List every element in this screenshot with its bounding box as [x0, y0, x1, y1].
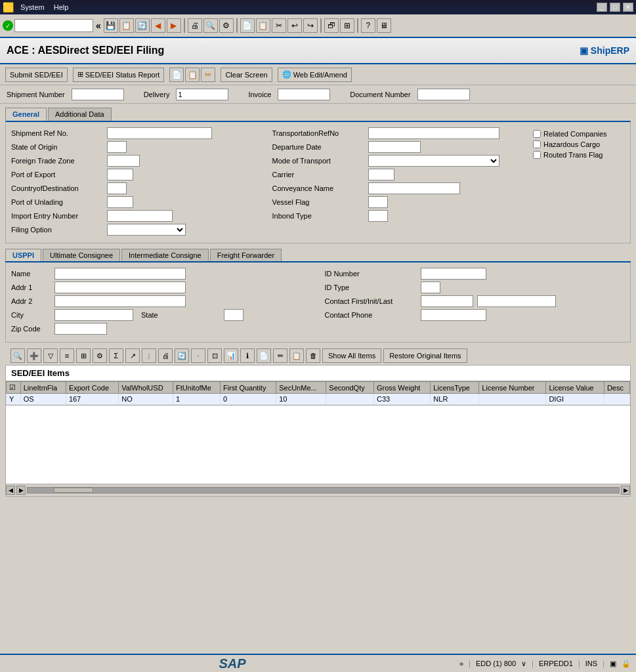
- cut-icon[interactable]: ✂: [272, 18, 286, 33]
- tab-additional-data[interactable]: Additional Data: [48, 108, 112, 121]
- shipment-number-input[interactable]: [72, 89, 124, 100]
- cell-lic-type: C33: [373, 394, 430, 405]
- usppi-addr2-input[interactable]: [54, 295, 186, 307]
- restore-original-items-button[interactable]: Restore Original Items: [383, 348, 467, 363]
- list-icon[interactable]: ≡: [60, 348, 74, 363]
- web-edit-button[interactable]: 🌐 Web Edit/Amend: [278, 68, 352, 82]
- session-dropdown[interactable]: ∨: [521, 660, 526, 668]
- filter-icon[interactable]: ▽: [43, 348, 58, 363]
- redo-icon[interactable]: ↪: [303, 18, 318, 33]
- doc-icon[interactable]: 📄: [257, 348, 271, 363]
- help-icon[interactable]: ?: [361, 18, 375, 33]
- sum-icon[interactable]: Σ: [109, 348, 123, 363]
- conveyance-name-input[interactable]: [368, 182, 460, 194]
- status-report-button[interactable]: ⊞ SED/EEI Status Report: [73, 68, 165, 82]
- usppi-phone-input[interactable]: [421, 309, 486, 321]
- departure-date-group: Departure Date: [272, 141, 520, 153]
- port-unlading-input[interactable]: [107, 196, 133, 208]
- country-dest-input[interactable]: [107, 182, 127, 194]
- monitor-icon[interactable]: 🖥: [377, 18, 391, 33]
- grid-icon[interactable]: ⊞: [76, 348, 91, 363]
- foreign-trade-zone-input[interactable]: [107, 155, 140, 167]
- search-items-icon[interactable]: 🔍: [11, 348, 25, 363]
- usppi-addr1-input[interactable]: [54, 282, 186, 293]
- clear-screen-button[interactable]: Clear Screen: [221, 68, 272, 82]
- related-companies-checkbox[interactable]: [533, 130, 541, 138]
- forward-icon[interactable]: ▶: [167, 18, 181, 33]
- document-number-input[interactable]: [417, 89, 470, 100]
- invoice-input[interactable]: [278, 89, 330, 100]
- port-of-export-input[interactable]: [107, 169, 133, 180]
- scroll-right-button[interactable]: ▶: [16, 486, 26, 495]
- maximize-button[interactable]: □: [610, 3, 620, 12]
- hazardous-cargo-checkbox[interactable]: [533, 140, 541, 148]
- undo-icon[interactable]: ↩: [287, 18, 302, 33]
- mode-transport-select[interactable]: [368, 155, 499, 167]
- print2-icon[interactable]: 🖨: [158, 348, 173, 363]
- inbond-type-input[interactable]: [368, 210, 388, 222]
- tab-usppi[interactable]: USPPI: [5, 249, 41, 261]
- window-icon[interactable]: 🗗: [324, 18, 339, 33]
- carrier-input[interactable]: [368, 169, 394, 180]
- add-item-icon[interactable]: ➕: [27, 348, 41, 363]
- departure-date-input[interactable]: [368, 141, 421, 153]
- vessel-flag-input[interactable]: [368, 196, 388, 208]
- close-button[interactable]: ✕: [623, 3, 633, 12]
- tab-freight-forwarder[interactable]: Freight Forwarder: [210, 249, 282, 261]
- show-all-items-button[interactable]: Show All Items: [322, 348, 381, 363]
- usppi-name-input[interactable]: [54, 268, 186, 280]
- delete-icon[interactable]: 🗑: [306, 348, 320, 363]
- routed-trans-flag-checkbox[interactable]: [533, 151, 541, 159]
- help-menu[interactable]: Help: [51, 2, 72, 12]
- copy-icon[interactable]: 📄: [240, 18, 255, 33]
- usppi-id-type-input[interactable]: [421, 282, 440, 293]
- scroll-thumb[interactable]: [54, 488, 93, 493]
- paste-icon[interactable]: 📋: [256, 18, 270, 33]
- layout-icon[interactable]: ⊞: [340, 18, 354, 33]
- delivery-input[interactable]: [176, 89, 228, 100]
- copy2-icon[interactable]: 📄: [169, 68, 184, 82]
- shortcut-icon[interactable]: 📋: [119, 18, 134, 33]
- back-icon[interactable]: ◀: [151, 18, 165, 33]
- scroll-left-button[interactable]: ◀: [6, 486, 15, 495]
- horizontal-scrollbar[interactable]: ◀ ▶ ▶: [5, 484, 631, 497]
- save-icon[interactable]: 💾: [104, 18, 118, 33]
- copy3-icon[interactable]: 📋: [289, 348, 304, 363]
- items-toolbar: 🔍 ➕ ▽ ≡ ⊞ ⚙ Σ ↗ | 🖨 🔄 · ⊡ 📊 ℹ 📄 ✏ 📋 🗑 Sh…: [5, 346, 631, 366]
- usppi-contact-last-input[interactable]: [477, 295, 556, 307]
- col-val-whol: ValWholUSD: [119, 382, 173, 394]
- usppi-state-input[interactable]: [224, 309, 244, 321]
- scroll-far-right-button[interactable]: ▶: [621, 486, 630, 495]
- state-origin-input[interactable]: [107, 141, 127, 153]
- export-icon[interactable]: ↗: [125, 348, 140, 363]
- nav-back-icon[interactable]: «: [95, 20, 102, 31]
- usppi-city-input[interactable]: [54, 309, 133, 321]
- import-entry-input[interactable]: [107, 210, 173, 222]
- table-icon[interactable]: ⊡: [207, 348, 222, 363]
- filing-option-select[interactable]: [107, 224, 186, 236]
- refresh2-icon[interactable]: 🔄: [175, 348, 189, 363]
- paste2-icon[interactable]: 📋: [185, 68, 200, 82]
- submit-sed-eei-button[interactable]: Submit SED/EEI: [5, 68, 68, 82]
- usppi-contact-first-input[interactable]: [421, 295, 473, 307]
- minimize-button[interactable]: _: [597, 3, 607, 12]
- settings-icon[interactable]: ⚙: [219, 18, 234, 33]
- shipment-ref-input[interactable]: [107, 127, 212, 139]
- command-input[interactable]: [14, 19, 93, 32]
- cut2-icon[interactable]: ✂: [201, 68, 215, 82]
- tab-ultimate-consignee[interactable]: Ultimate Consignee: [43, 249, 120, 261]
- usppi-id-number-input[interactable]: [421, 268, 486, 280]
- info-icon[interactable]: ℹ: [240, 348, 255, 363]
- edit-icon[interactable]: ✏: [273, 348, 287, 363]
- refresh-icon[interactable]: 🔄: [135, 18, 150, 33]
- scroll-track[interactable]: [27, 487, 620, 494]
- settings2-icon[interactable]: ⚙: [93, 348, 107, 363]
- tab-intermediate-consigne[interactable]: Intermediate Consigne: [121, 249, 209, 261]
- chart-icon[interactable]: 📊: [224, 348, 238, 363]
- transport-ref-input[interactable]: [368, 127, 499, 139]
- tab-general[interactable]: General: [5, 108, 47, 121]
- find-icon[interactable]: 🔍: [203, 18, 218, 33]
- print-icon[interactable]: 🖨: [188, 18, 202, 33]
- system-menu[interactable]: System: [18, 2, 47, 12]
- usppi-zip-input[interactable]: [54, 323, 107, 335]
